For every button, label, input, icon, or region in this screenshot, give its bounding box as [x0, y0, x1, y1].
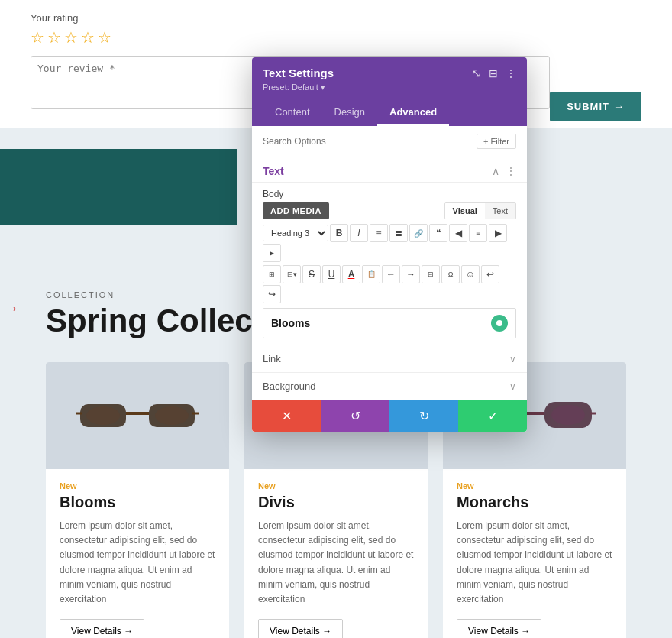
search-bar: + Filter: [252, 126, 527, 157]
green-dot-inner: [496, 320, 502, 326]
redo-button[interactable]: ↻: [389, 400, 458, 432]
align-full-button[interactable]: ⊟: [422, 265, 440, 283]
editor-area: ADD MEDIA Visual Text Heading 3 Heading …: [252, 202, 527, 338]
undo-toolbar-button[interactable]: ↩: [481, 265, 499, 283]
product1-name: Blooms: [46, 494, 229, 511]
align-left-button[interactable]: ◀: [449, 224, 467, 242]
modal-title: Text Settings: [263, 66, 334, 79]
link-button[interactable]: 🔗: [409, 224, 428, 242]
svg-point-5: [86, 406, 120, 425]
color-button[interactable]: A: [342, 265, 360, 283]
product1-badge: New: [46, 481, 229, 491]
text-tab[interactable]: Text: [485, 203, 515, 219]
undo-button[interactable]: ↺: [321, 400, 389, 432]
product1-view-details-button[interactable]: View Details →: [60, 619, 144, 638]
section-actions: ∧ ⋮: [492, 165, 516, 177]
modal-tabs: Content Design Advanced: [263, 100, 516, 126]
columns-icon[interactable]: ⊟: [489, 67, 498, 79]
modal-header-icons: ⤡ ⊟ ⋮: [472, 67, 516, 79]
section-more-icon[interactable]: ⋮: [506, 165, 516, 177]
format-toolbar-row1: Heading 3 Heading 1 Heading 2 Paragraph …: [263, 224, 516, 262]
product2-view-details-button[interactable]: View Details →: [258, 619, 343, 638]
modal-actions: ✕ ↺ ↻ ✓: [252, 400, 527, 432]
format-toolbar-row2: ⊞ ⊟▾ S U A 📋 ← → ⊟ Ω ☺ ↩ ↪: [263, 265, 516, 303]
bold-button[interactable]: B: [330, 224, 348, 242]
special-chars-button[interactable]: Ω: [441, 265, 460, 283]
align-right-button[interactable]: ▶: [489, 224, 507, 242]
product1-desc: Lorem ipsum dolor sit amet, consectetur …: [46, 519, 229, 607]
strikethrough-button[interactable]: S: [302, 265, 321, 283]
table-options-button[interactable]: ⊟▾: [283, 265, 301, 283]
teal-decorative-block: [0, 149, 237, 225]
product2-desc: Lorem ipsum dolor sit amet, consectetur …: [244, 519, 428, 607]
paste-button[interactable]: 📋: [362, 265, 380, 283]
text-settings-modal: Text Settings ⤡ ⊟ ⋮ Preset: Default ▾ Co…: [252, 57, 527, 432]
editor-toolbar-top: ADD MEDIA Visual Text: [263, 202, 516, 219]
visual-text-tabs: Visual Text: [444, 202, 516, 219]
resize-icon[interactable]: ⤡: [472, 67, 481, 79]
indent-decrease-button[interactable]: ←: [382, 265, 400, 283]
chevron-up-icon[interactable]: ∧: [492, 165, 499, 177]
modal-body: + Filter Text ∧ ⋮ Body ADD MEDIA Visual …: [252, 126, 527, 432]
italic-button[interactable]: I: [350, 224, 368, 242]
blockquote-button[interactable]: ❝: [429, 224, 447, 242]
product1-image: [46, 362, 229, 469]
product3-desc: Lorem ipsum dolor sit amet, consectetur …: [443, 519, 626, 607]
link-section[interactable]: Link ∨: [252, 345, 527, 372]
heading-select[interactable]: Heading 3 Heading 1 Heading 2 Paragraph: [263, 225, 328, 241]
star-3[interactable]: ☆: [64, 28, 78, 47]
modal-header: Text Settings ⤡ ⊟ ⋮ Preset: Default ▾ Co…: [252, 57, 527, 126]
product3-view-details-button[interactable]: View Details →: [457, 619, 541, 638]
background-label: Background: [263, 381, 315, 392]
star-rating[interactable]: ☆ ☆ ☆ ☆ ☆: [31, 28, 641, 47]
star-5[interactable]: ☆: [98, 28, 111, 47]
more-icon[interactable]: ⋮: [506, 67, 516, 79]
text-section-title: Text: [263, 165, 284, 177]
align-center-button[interactable]: ≡: [469, 224, 487, 242]
unordered-list-button[interactable]: ≡: [370, 224, 388, 242]
indent-increase-button[interactable]: →: [402, 265, 420, 283]
product3-name: Monarchs: [443, 494, 626, 511]
underline-button[interactable]: U: [322, 265, 341, 283]
tab-design[interactable]: Design: [322, 100, 377, 126]
add-media-button[interactable]: ADD MEDIA: [263, 202, 329, 219]
link-label: Link: [263, 353, 281, 364]
link-chevron-icon: ∨: [509, 354, 516, 364]
svg-point-6: [155, 406, 189, 425]
ordered-list-button[interactable]: ≣: [389, 224, 408, 242]
editor-content[interactable]: Blooms: [263, 308, 516, 338]
svg-point-20: [551, 405, 585, 425]
editor-text: Blooms: [271, 317, 310, 329]
product2-badge: New: [244, 481, 428, 491]
tab-advanced[interactable]: Advanced: [377, 100, 449, 126]
collection-label-arrow: →: [4, 300, 19, 317]
table-button[interactable]: ⊞: [263, 265, 281, 283]
product-card-1: → → → → New Blooms Lorem ipsum dolor sit…: [46, 362, 229, 638]
submit-button[interactable]: SUBMIT →: [550, 92, 641, 121]
star-4[interactable]: ☆: [81, 28, 95, 47]
cancel-button[interactable]: ✕: [252, 400, 321, 432]
star-1[interactable]: ☆: [31, 28, 44, 47]
star-2[interactable]: ☆: [47, 28, 61, 47]
visual-tab[interactable]: Visual: [445, 203, 485, 219]
background-section[interactable]: Background ∨: [252, 372, 527, 400]
background-chevron-icon: ∨: [509, 381, 516, 392]
more-formats-button[interactable]: ▸: [263, 244, 281, 262]
redo-toolbar-button[interactable]: ↪: [263, 285, 281, 303]
emoji-button[interactable]: ☺: [461, 265, 480, 283]
product2-name: Divis: [244, 494, 428, 511]
text-section-header: Text ∧ ⋮: [252, 157, 527, 183]
tab-content[interactable]: Content: [263, 100, 322, 126]
modal-preset[interactable]: Preset: Default ▾: [263, 83, 516, 92]
body-label: Body: [252, 183, 527, 202]
rating-label: Your rating: [31, 12, 641, 24]
green-status-dot: [491, 315, 508, 332]
filter-button[interactable]: + Filter: [477, 134, 516, 149]
modal-title-row: Text Settings ⤡ ⊟ ⋮: [263, 66, 516, 79]
product3-badge: New: [443, 481, 626, 491]
search-input[interactable]: [263, 136, 477, 147]
confirm-button[interactable]: ✓: [458, 400, 527, 432]
product1-sunglasses-svg: [76, 385, 199, 446]
